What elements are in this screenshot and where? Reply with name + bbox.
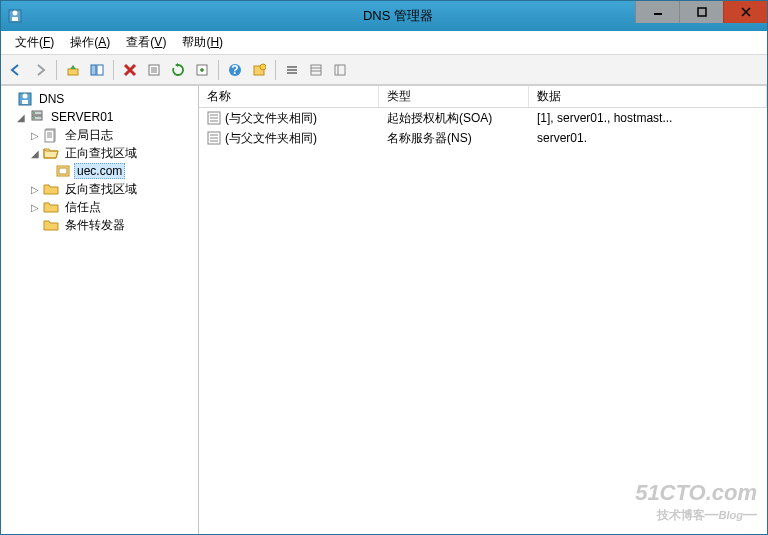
svg-point-31 [23,94,28,99]
column-header-type[interactable]: 类型 [379,86,529,107]
up-button[interactable] [62,59,84,81]
tree-label: 正向查找区域 [62,144,140,163]
toolbar: ? [1,55,767,85]
properties-button[interactable] [143,59,165,81]
new-zone-button[interactable] [248,59,270,81]
app-icon [7,8,23,24]
folder-icon [43,199,59,215]
menu-action[interactable]: 操作(A) [62,32,118,53]
detail-view-button[interactable] [305,59,327,81]
svg-rect-8 [91,65,96,75]
content-area: DNS ◢ SERVER01 ▷ 全局日志 ◢ 正向查找区域 uec.com [1,85,767,534]
back-button[interactable] [5,59,27,81]
dns-root-icon [17,91,33,107]
list-header: 名称 类型 数据 [199,86,767,108]
svg-rect-1 [12,17,18,21]
tree-pane[interactable]: DNS ◢ SERVER01 ▷ 全局日志 ◢ 正向查找区域 uec.com [1,86,199,534]
help-button[interactable]: ? [224,59,246,81]
tree-label: 全局日志 [62,126,116,145]
menu-help[interactable]: 帮助(H) [174,32,231,53]
list-row[interactable]: (与父文件夹相同) 起始授权机构(SOA) [1], server01., ho… [199,108,767,128]
delete-button[interactable] [119,59,141,81]
menubar: 文件(F) 操作(A) 查看(V) 帮助(H) [1,31,767,55]
svg-rect-24 [311,65,321,75]
column-header-data[interactable]: 数据 [529,86,767,107]
record-icon [207,111,221,125]
forward-button[interactable] [29,59,51,81]
svg-rect-42 [59,168,67,174]
folder-icon [43,181,59,197]
cell-name: (与父文件夹相同) [225,110,317,127]
titlebar: DNS 管理器 [1,1,767,31]
svg-rect-7 [68,69,78,75]
minimize-button[interactable] [635,1,679,23]
svg-rect-4 [698,8,706,16]
export-button[interactable] [191,59,213,81]
svg-rect-37 [45,130,54,142]
tree-node-trust-points[interactable]: ▷ 信任点 [3,198,196,216]
svg-point-2 [13,11,18,16]
folder-open-icon [43,145,59,161]
tree-node-dns-root[interactable]: DNS [3,90,196,108]
expander-icon[interactable]: ◢ [15,111,27,123]
refresh-button[interactable] [167,59,189,81]
svg-text:?: ? [231,63,238,77]
cell-data: [1], server01., hostmast... [529,109,767,127]
maximize-button[interactable] [679,1,723,23]
svg-rect-30 [22,100,28,104]
cell-type: 名称服务器(NS) [379,128,529,149]
list-view-button[interactable] [281,59,303,81]
list-body[interactable]: (与父文件夹相同) 起始授权机构(SOA) [1], server01., ho… [199,108,767,534]
tree-label: 条件转发器 [62,216,128,235]
tree-node-conditional-forwarders[interactable]: ▷ 条件转发器 [3,216,196,234]
cell-data: server01. [529,129,767,147]
column-header-name[interactable]: 名称 [199,86,379,107]
dns-manager-window: DNS 管理器 文件(F) 操作(A) 查看(V) 帮助(H) ? [0,0,768,535]
tree-node-forward-zones[interactable]: ◢ 正向查找区域 [3,144,196,162]
tree-node-server[interactable]: ◢ SERVER01 [3,108,196,126]
svg-point-35 [33,117,35,119]
tree-label: 反向查找区域 [62,180,140,199]
zone-icon [55,163,71,179]
tree-label: SERVER01 [48,109,116,125]
close-button[interactable] [723,1,767,23]
tree-node-reverse-zones[interactable]: ▷ 反向查找区域 [3,180,196,198]
server-icon [29,109,45,125]
svg-rect-21 [287,66,297,68]
record-icon [207,131,221,145]
tree-node-zone-uec[interactable]: uec.com [3,162,196,180]
list-pane: 名称 类型 数据 (与父文件夹相同) 起始授权机构(SOA) [1], serv… [199,86,767,534]
expander-icon[interactable]: ▷ [29,201,41,213]
tree-label: uec.com [74,163,125,179]
filter-button[interactable] [329,59,351,81]
expander-icon[interactable]: ▷ [29,129,41,141]
expander-icon[interactable]: ◢ [29,147,41,159]
svg-rect-9 [97,65,103,75]
tree-label: DNS [36,91,67,107]
svg-point-34 [33,112,35,114]
menu-view[interactable]: 查看(V) [118,32,174,53]
svg-rect-22 [287,69,297,71]
tree-node-global-log[interactable]: ▷ 全局日志 [3,126,196,144]
svg-point-20 [260,64,266,70]
expander-icon[interactable]: ▷ [29,183,41,195]
menu-file[interactable]: 文件(F) [7,32,62,53]
tree-label: 信任点 [62,198,104,217]
cell-type: 起始授权机构(SOA) [379,108,529,129]
cell-name: (与父文件夹相同) [225,130,317,147]
log-icon [43,127,59,143]
svg-rect-23 [287,72,297,74]
list-row[interactable]: (与父文件夹相同) 名称服务器(NS) server01. [199,128,767,148]
folder-icon [43,217,59,233]
svg-rect-27 [335,65,345,75]
show-hide-tree-button[interactable] [86,59,108,81]
